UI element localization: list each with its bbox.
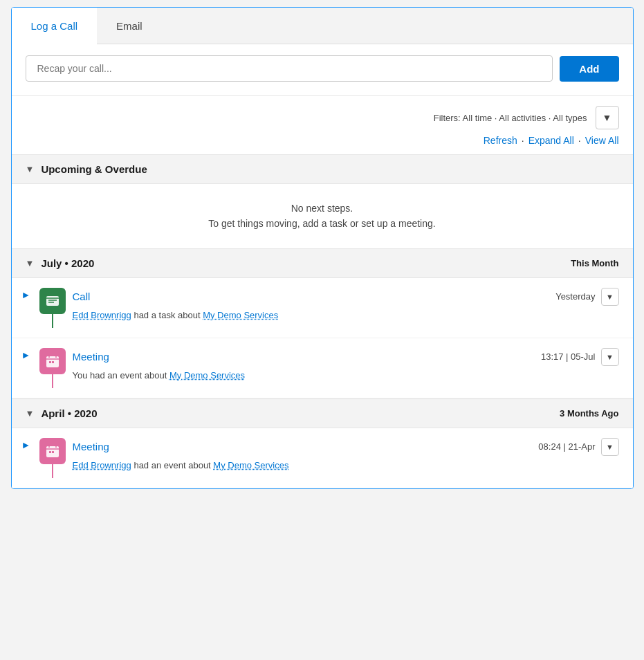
section-title-july: July • 2020 bbox=[41, 257, 94, 269]
section-july-2020[interactable]: ▼ July • 2020 This Month bbox=[12, 248, 633, 278]
expand-arrow-meeting2[interactable]: ► bbox=[21, 438, 33, 450]
expand-all-link[interactable]: Expand All bbox=[528, 135, 574, 146]
expand-arrow-call[interactable]: ► bbox=[21, 288, 33, 300]
meeting1-desc-text: You had an event about bbox=[73, 370, 169, 381]
section-badge-july: This Month bbox=[571, 258, 618, 268]
svg-rect-8 bbox=[49, 361, 51, 363]
tabs-bar: Log a Call Email bbox=[12, 8, 633, 44]
meeting2-service-link[interactable]: My Demo Services bbox=[213, 460, 288, 470]
call-time: Yesterday ▼ bbox=[555, 288, 618, 306]
actions-row: Refresh · Expand All · View All bbox=[12, 132, 633, 154]
view-all-link[interactable]: View All bbox=[585, 135, 619, 146]
call-title-link[interactable]: Call bbox=[73, 291, 91, 302]
meeting-icon-1 bbox=[39, 348, 66, 374]
meeting1-time: 13:17 | 05-Jul ▼ bbox=[541, 348, 619, 366]
chevron-down-icon-july: ▼ bbox=[26, 258, 35, 268]
meeting-icon-2 bbox=[39, 438, 66, 464]
section-badge-april: 3 Months Ago bbox=[560, 408, 618, 419]
meeting2-time: 08:24 | 21-Apr ▼ bbox=[538, 438, 618, 456]
icon-with-line-meeting1 bbox=[39, 348, 66, 388]
meeting2-title-row: Meeting 08:24 | 21-Apr ▼ bbox=[73, 438, 619, 456]
meeting1-title-link[interactable]: Meeting bbox=[73, 351, 109, 363]
section-april-left: ▼ April • 2020 bbox=[26, 407, 98, 419]
tab-email[interactable]: Email bbox=[97, 8, 162, 44]
svg-rect-9 bbox=[52, 361, 54, 363]
dot-separator-2: · bbox=[578, 135, 581, 146]
input-row: Add bbox=[26, 55, 619, 82]
call-service-link[interactable]: My Demo Services bbox=[203, 310, 278, 320]
connector-pink-2 bbox=[52, 464, 53, 478]
connector-green bbox=[52, 314, 53, 328]
activity-item-meeting-2: ► Meeting 08:24 | 21-Apr ▼ bbox=[12, 428, 633, 488]
connector-pink-1 bbox=[52, 374, 53, 388]
tab-log-call[interactable]: Log a Call bbox=[12, 8, 98, 44]
add-button[interactable]: Add bbox=[560, 56, 618, 82]
expand-arrow-meeting1[interactable]: ► bbox=[21, 348, 33, 360]
filter-funnel-icon: ▼ bbox=[602, 112, 612, 123]
meeting2-desc: Edd Brownrigg had an event about My Demo… bbox=[73, 459, 619, 473]
meeting2-dropdown-btn[interactable]: ▼ bbox=[601, 438, 619, 456]
call-dropdown-btn[interactable]: ▼ bbox=[601, 288, 619, 306]
call-content: Call Yesterday ▼ Edd Brownrigg had a tas… bbox=[73, 288, 619, 322]
icon-with-line-call bbox=[39, 288, 66, 328]
section-title-april: April • 2020 bbox=[41, 407, 97, 419]
section-header-left: ▼ Upcoming & Overdue bbox=[26, 163, 147, 175]
section-april-2020[interactable]: ▼ April • 2020 3 Months Ago bbox=[12, 398, 633, 428]
chevron-down-icon: ▼ bbox=[26, 164, 35, 174]
main-container: Log a Call Email Add Filters: All time ·… bbox=[11, 7, 634, 489]
call-title-row: Call Yesterday ▼ bbox=[73, 288, 619, 306]
meeting1-title-row: Meeting 13:17 | 05-Jul ▼ bbox=[73, 348, 619, 366]
meeting2-title-link[interactable]: Meeting bbox=[73, 441, 109, 452]
activity-item-meeting-1: ► Meeting 13:17 | 05-Jul ▼ bbox=[12, 338, 633, 398]
call-desc-text: had a task about bbox=[134, 310, 203, 320]
chevron-down-icon-april: ▼ bbox=[26, 408, 35, 419]
meeting2-content: Meeting 08:24 | 21-Apr ▼ Edd Brownrigg h… bbox=[73, 438, 619, 473]
meeting1-content: Meeting 13:17 | 05-Jul ▼ You had an even… bbox=[73, 348, 619, 383]
svg-rect-15 bbox=[52, 451, 54, 453]
call-desc: Edd Brownrigg had a task about My Demo S… bbox=[73, 309, 619, 322]
meeting1-desc: You had an event about My Demo Services bbox=[73, 369, 619, 383]
empty-line1: No next steps. bbox=[26, 201, 619, 216]
filters-text: Filters: All time · All activities · All… bbox=[434, 113, 587, 123]
call-person-link[interactable]: Edd Brownrigg bbox=[73, 310, 131, 320]
icon-with-line-meeting2 bbox=[39, 438, 66, 478]
log-call-section: Add bbox=[12, 44, 633, 96]
empty-state: No next steps. To get things moving, add… bbox=[12, 184, 633, 248]
recap-input[interactable] bbox=[26, 55, 553, 82]
filters-bar: Filters: All time · All activities · All… bbox=[12, 96, 633, 132]
svg-rect-0 bbox=[46, 296, 59, 306]
section-july-left: ▼ July • 2020 bbox=[26, 257, 95, 269]
refresh-link[interactable]: Refresh bbox=[484, 135, 517, 146]
empty-line2: To get things moving, add a task or set … bbox=[26, 216, 619, 231]
meeting2-desc-text: had an event about bbox=[134, 460, 213, 470]
call-icon bbox=[39, 288, 66, 314]
filter-icon-button[interactable]: ▼ bbox=[596, 106, 619, 129]
activity-item-call: ► Call Yesterday ▼ Edd Brow bbox=[12, 278, 633, 338]
section-title-upcoming: Upcoming & Overdue bbox=[41, 163, 147, 175]
section-upcoming-overdue[interactable]: ▼ Upcoming & Overdue bbox=[12, 154, 633, 184]
svg-rect-14 bbox=[49, 451, 51, 453]
meeting1-service-link[interactable]: My Demo Services bbox=[169, 370, 245, 381]
meeting2-person-link[interactable]: Edd Brownrigg bbox=[73, 460, 131, 470]
dot-separator-1: · bbox=[522, 135, 524, 146]
meeting1-dropdown-btn[interactable]: ▼ bbox=[601, 348, 619, 366]
